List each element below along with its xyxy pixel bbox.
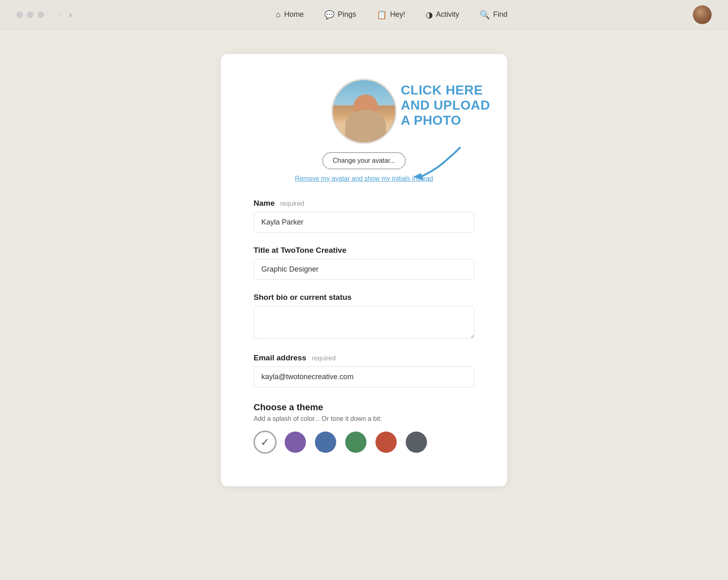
traffic-light-maximize[interactable] — [38, 11, 44, 18]
theme-title: Choose a theme — [254, 402, 474, 413]
theme-color-blue-inner — [315, 432, 336, 453]
name-label: Name required — [254, 199, 474, 208]
nav-pings-label: Pings — [338, 10, 356, 19]
name-field-section: Name required — [254, 199, 474, 233]
theme-color-gray[interactable] — [405, 431, 428, 454]
main-content: CLICK HERE AND UPLOAD A PHOTO Change you… — [0, 29, 728, 519]
activity-icon: ◑ — [426, 10, 433, 20]
pings-icon: 💬 — [324, 10, 335, 20]
theme-color-white-inner: ✓ — [254, 432, 276, 453]
theme-color-blue[interactable] — [314, 431, 337, 454]
avatar-section: CLICK HERE AND UPLOAD A PHOTO Change you… — [254, 79, 474, 182]
nav-find-label: Find — [493, 10, 508, 19]
click-annotation-text: CLICK HERE AND UPLOAD A PHOTO — [401, 83, 491, 128]
titlebar: ‹ › ⌂ Home 💬 Pings 📋 Hey! ◑ Activity 🔍 F… — [0, 0, 728, 29]
name-required-badge: required — [280, 200, 304, 207]
bio-field-section: Short bio or current status — [254, 293, 474, 340]
user-avatar-image — [693, 5, 712, 24]
nav-home-label: Home — [284, 10, 304, 19]
find-icon: 🔍 — [480, 10, 490, 20]
theme-color-red-inner — [375, 432, 397, 453]
title-field-section: Title at TwoTone Creative — [254, 246, 474, 280]
theme-subtitle: Add a splash of color... Or tone it down… — [254, 415, 474, 423]
email-required-badge: required — [312, 355, 336, 362]
bio-input[interactable] — [254, 306, 474, 339]
main-nav: ⌂ Home 💬 Pings 📋 Hey! ◑ Activity 🔍 Find — [90, 10, 693, 20]
email-label: Email address required — [254, 353, 474, 362]
bio-label: Short bio or current status — [254, 293, 474, 302]
traffic-lights — [16, 11, 44, 18]
nav-activity[interactable]: ◑ Activity — [426, 10, 459, 20]
theme-color-white[interactable]: ✓ — [254, 431, 276, 454]
name-input[interactable] — [254, 212, 474, 233]
nav-pings[interactable]: 💬 Pings — [324, 10, 356, 20]
back-button[interactable]: ‹ — [56, 8, 64, 21]
theme-color-green[interactable] — [344, 431, 367, 454]
upload-arrow — [405, 144, 470, 185]
theme-colors-list: ✓ — [254, 431, 474, 454]
avatar-container: CLICK HERE AND UPLOAD A PHOTO — [331, 79, 397, 144]
theme-color-gray-inner — [406, 432, 427, 453]
home-icon: ⌂ — [276, 10, 281, 19]
email-field-section: Email address required — [254, 353, 474, 387]
nav-find[interactable]: 🔍 Find — [480, 10, 508, 20]
theme-section: Choose a theme Add a splash of color... … — [254, 402, 474, 454]
nav-home[interactable]: ⌂ Home — [276, 10, 304, 19]
theme-color-green-inner — [345, 432, 366, 453]
theme-color-purple[interactable] — [284, 431, 307, 454]
user-avatar-corner[interactable] — [693, 5, 712, 24]
profile-avatar[interactable] — [331, 79, 397, 144]
traffic-light-close[interactable] — [16, 11, 23, 18]
title-input[interactable] — [254, 259, 474, 280]
nav-arrows: ‹ › — [56, 8, 74, 21]
hey-icon: 📋 — [377, 10, 387, 20]
email-input[interactable] — [254, 366, 474, 387]
nav-activity-label: Activity — [436, 10, 459, 19]
theme-color-red[interactable] — [375, 431, 398, 454]
theme-checkmark: ✓ — [261, 436, 270, 449]
theme-color-purple-inner — [285, 432, 306, 453]
forward-button[interactable]: › — [67, 8, 74, 21]
profile-card: CLICK HERE AND UPLOAD A PHOTO Change you… — [221, 54, 507, 486]
traffic-light-minimize[interactable] — [27, 11, 34, 18]
nav-hey-label: Hey! — [390, 10, 405, 19]
title-label: Title at TwoTone Creative — [254, 246, 474, 255]
nav-hey[interactable]: 📋 Hey! — [377, 10, 405, 20]
avatar-person-image — [333, 80, 395, 142]
change-avatar-button[interactable]: Change your avatar... — [322, 152, 406, 169]
